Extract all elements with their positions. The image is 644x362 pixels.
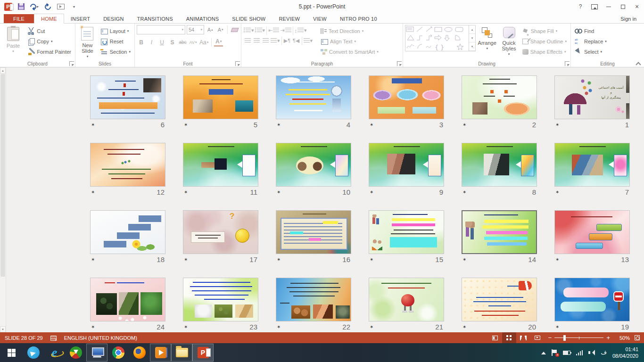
taskbar-internet-explorer[interactable]: e xyxy=(44,343,65,362)
spell-check-icon[interactable] xyxy=(50,335,57,341)
redo-button[interactable] xyxy=(43,2,52,11)
slide-thumbnail[interactable] xyxy=(276,278,351,321)
shapes-gallery-scroll[interactable]: ▲ ▼ ▼̲ xyxy=(469,25,475,51)
numbering-button[interactable]: ▾ xyxy=(255,26,266,35)
clipboard-dialog-launcher[interactable] xyxy=(69,61,74,66)
battery-icon[interactable] xyxy=(563,351,570,355)
paragraph-dialog-launcher[interactable] xyxy=(397,61,402,66)
slide-thumbnail[interactable] xyxy=(369,143,444,187)
tab-home[interactable]: HOME xyxy=(34,14,64,24)
tab-nitro-pro[interactable]: NITRO PRO 10 xyxy=(333,14,384,23)
tab-transitions[interactable]: TRANSITIONS xyxy=(131,14,180,23)
scroll-up-arrow[interactable]: ▲ xyxy=(0,67,6,74)
taskbar-idm[interactable] xyxy=(65,343,86,362)
slide-thumbnail[interactable] xyxy=(369,75,444,119)
undo-button[interactable]: ▾ xyxy=(30,2,39,11)
animation-star-icon[interactable]: ✶ xyxy=(184,122,188,127)
animation-star-icon[interactable]: ✶ xyxy=(370,122,373,127)
slide-thumbnail[interactable] xyxy=(276,210,351,254)
slide-thumbnail[interactable] xyxy=(462,75,537,119)
taskbar-powerpoint[interactable]: P xyxy=(192,344,214,362)
new-slide-button[interactable]: New Slide▾ xyxy=(77,25,98,59)
animation-star-icon[interactable]: ✶ xyxy=(184,324,188,329)
slide-thumbnail[interactable] xyxy=(554,143,630,187)
tray-expand-icon[interactable] xyxy=(541,349,546,354)
zoom-out-button[interactable]: − xyxy=(548,335,552,341)
animation-star-icon[interactable]: ✶ xyxy=(462,257,466,262)
change-case-button[interactable]: Aa▾ xyxy=(199,38,209,47)
tab-view[interactable]: VIEW xyxy=(306,14,333,23)
animation-star-icon[interactable]: ✶ xyxy=(555,189,559,195)
underline-button[interactable]: U xyxy=(157,38,166,47)
animation-star-icon[interactable]: ✶ xyxy=(462,189,466,195)
clock[interactable]: 01:41 08/04/2020 xyxy=(612,346,638,359)
animation-star-icon[interactable]: ✶ xyxy=(555,257,559,262)
strikethrough-button[interactable]: abc xyxy=(178,38,187,47)
ribbon-display-options-button[interactable] xyxy=(587,0,602,13)
action-center-flag-icon[interactable]: ✕ xyxy=(552,349,557,356)
font-size-combo[interactable]: 54▾ xyxy=(187,25,204,34)
animation-star-icon[interactable]: ✶ xyxy=(277,257,281,262)
replace-button[interactable]: abacReplace▾ xyxy=(573,36,609,46)
decrease-font-size-button[interactable]: A▾ xyxy=(216,25,225,34)
minimize-button[interactable] xyxy=(602,0,616,13)
tab-design[interactable]: DESIGN xyxy=(97,14,130,23)
line-spacing-button[interactable]: ↕▾ xyxy=(294,26,307,35)
taskbar-file-explorer[interactable] xyxy=(171,344,192,362)
slide-thumbnail[interactable] xyxy=(369,210,444,254)
justify-button[interactable]: ▾ xyxy=(270,36,281,45)
paste-button[interactable]: Paste▾ xyxy=(2,25,25,59)
format-painter-button[interactable]: Format Painter xyxy=(25,47,73,57)
text-shadow-button[interactable]: S xyxy=(168,38,177,47)
help-button[interactable]: ? xyxy=(573,0,587,13)
animation-star-icon[interactable]: ✶ xyxy=(277,122,281,127)
slide-thumbnail[interactable]: آسیب های اجتماعی و پیشگیری از آنها xyxy=(554,75,630,119)
align-center-button[interactable] xyxy=(252,36,261,45)
zoom-slider-thumb[interactable] xyxy=(563,335,566,341)
animation-star-icon[interactable]: ✶ xyxy=(370,324,373,329)
animation-star-icon[interactable]: ✶ xyxy=(91,189,95,195)
animation-star-icon[interactable]: ✶ xyxy=(277,189,281,195)
sign-in-link[interactable]: Sign in xyxy=(613,14,644,23)
tab-file[interactable]: FILE xyxy=(4,14,34,23)
copy-button[interactable]: Copy▾ xyxy=(25,36,73,46)
network-signal-icon[interactable] xyxy=(576,350,583,355)
slide-thumbnail[interactable] xyxy=(276,143,351,187)
quick-styles-button[interactable]: Quick Styles▾ xyxy=(498,25,519,59)
animation-star-icon[interactable]: ✶ xyxy=(91,122,95,127)
increase-font-size-button[interactable]: A▴ xyxy=(206,25,215,34)
slide-thumbnail[interactable] xyxy=(90,75,165,119)
animation-star-icon[interactable]: ✶ xyxy=(555,324,559,329)
right-to-left-button[interactable]: ¶◀ xyxy=(292,36,301,45)
drawing-dialog-launcher[interactable] xyxy=(565,61,570,66)
animation-star-icon[interactable]: ✶ xyxy=(184,257,188,262)
animation-star-icon[interactable]: ✶ xyxy=(91,324,95,329)
reset-button[interactable]: Reset xyxy=(99,36,132,46)
customize-qat-button[interactable]: ▾ xyxy=(70,2,78,11)
taskbar-media-player[interactable] xyxy=(150,344,171,362)
align-left-button[interactable] xyxy=(243,36,252,45)
align-text-button[interactable]: Align Text▾ xyxy=(319,36,380,46)
zoom-in-button[interactable]: + xyxy=(606,335,610,341)
align-right-button[interactable] xyxy=(261,36,270,45)
animation-star-icon[interactable]: ✶ xyxy=(184,189,188,195)
slide-thumbnail[interactable] xyxy=(183,143,258,187)
shapes-gallery[interactable]: {} ▲ ▼ ▼̲ xyxy=(405,25,476,51)
zoom-percentage[interactable]: 50% xyxy=(614,335,630,341)
animation-star-icon[interactable]: ✶ xyxy=(555,122,559,127)
find-button[interactable]: Find xyxy=(573,26,609,36)
font-dialog-launcher[interactable] xyxy=(235,61,240,66)
animation-star-icon[interactable]: ✶ xyxy=(370,189,373,195)
slide-thumbnail[interactable] xyxy=(183,75,258,119)
keyboard-language-indicator[interactable]: ف xyxy=(601,349,606,356)
zoom-slider[interactable] xyxy=(554,335,603,341)
bold-button[interactable]: B xyxy=(137,38,146,47)
normal-view-button[interactable] xyxy=(488,332,502,343)
slide-thumbnail[interactable] xyxy=(554,278,630,321)
decrease-indent-button[interactable]: ⇤ xyxy=(268,26,280,35)
slide-thumbnail[interactable] xyxy=(183,210,258,254)
shape-effects-button[interactable]: Shape Effects▾ xyxy=(520,47,569,57)
volume-icon[interactable] xyxy=(588,350,595,355)
tab-review[interactable]: REVIEW xyxy=(272,14,306,23)
slide-sorter-view-button[interactable] xyxy=(502,332,516,343)
